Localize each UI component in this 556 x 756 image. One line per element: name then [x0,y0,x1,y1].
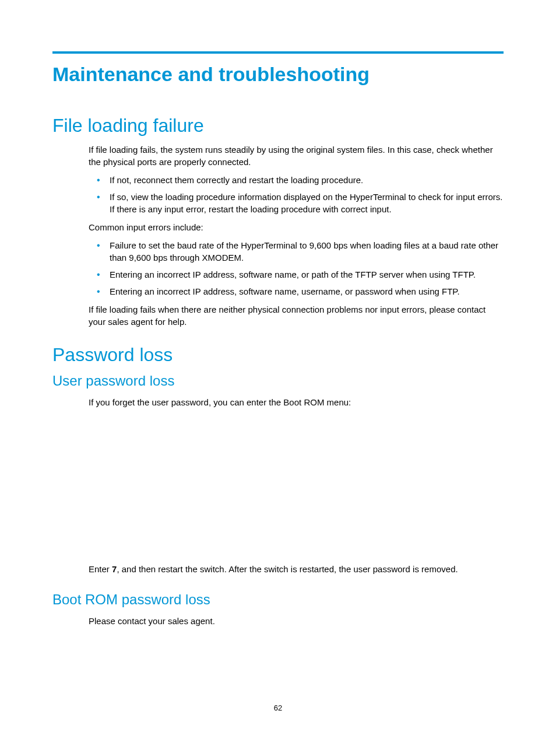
page-title: Maintenance and troubleshooting [52,63,504,86]
list-item: If so, view the loading procedure inform… [105,191,504,215]
text-run: Enter [89,564,112,574]
figure-placeholder [89,414,504,563]
list-item: If not, reconnect them correctly and res… [105,174,504,186]
text-run: , and then restart the switch. After the… [117,564,458,574]
top-rule [52,51,504,54]
paragraph: Please contact your sales agent. [89,615,504,627]
paragraph: If file loading fails when there are nei… [89,303,504,328]
section-heading-file-loading: File loading failure [52,115,504,136]
bullet-list: Failure to set the baud rate of the Hype… [89,239,504,298]
list-item: Entering an incorrect IP address, softwa… [105,285,504,298]
list-item: Failure to set the baud rate of the Hype… [105,239,504,264]
document-page: Maintenance and troubleshooting File loa… [0,0,556,627]
paragraph: Enter 7, and then restart the switch. Af… [89,563,504,575]
subsection-heading-user-password: User password loss [52,373,504,389]
section-body: If you forget the user password, you can… [89,396,504,575]
subsection-heading-boot-rom: Boot ROM password loss [52,592,504,608]
section-heading-password-loss: Password loss [52,344,504,366]
page-number: 62 [0,704,556,712]
list-item: Entering an incorrect IP address, softwa… [105,268,504,281]
paragraph: Common input errors include: [89,221,504,233]
section-body: Please contact your sales agent. [89,615,504,627]
paragraph: If you forget the user password, you can… [89,396,504,408]
section-body: If file loading fails, the system runs s… [89,144,504,328]
bullet-list: If not, reconnect them correctly and res… [89,174,504,215]
paragraph: If file loading fails, the system runs s… [89,144,504,168]
